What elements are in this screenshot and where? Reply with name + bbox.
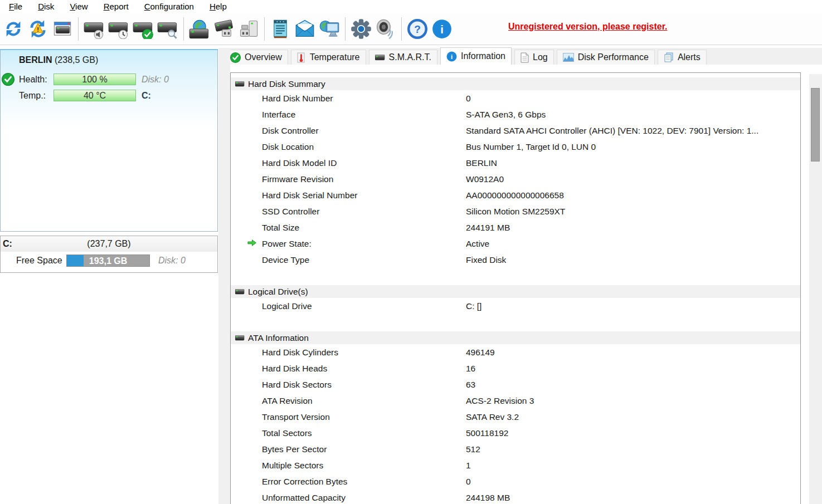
menu-view[interactable]: View — [62, 1, 95, 13]
scrollbar-thumb[interactable] — [811, 88, 820, 162]
refresh-icon[interactable] — [1, 17, 26, 41]
info-label: Total Sectors — [262, 428, 466, 438]
email-icon[interactable] — [293, 17, 317, 41]
section-title: Hard Disk Summary — [248, 79, 325, 89]
surface-test-icon[interactable] — [50, 17, 75, 41]
menu-configuration[interactable]: Configuration — [137, 1, 202, 13]
toolbar-separator — [401, 17, 402, 41]
info-value: 16 — [466, 364, 800, 374]
report-icon[interactable] — [268, 17, 293, 41]
info-sections: Hard Disk SummaryHard Disk Number0Interf… — [231, 77, 800, 504]
unregistered-notice[interactable]: Unregistered version, please register. — [508, 22, 667, 32]
free-space-bar: 193,1 GB — [66, 255, 150, 267]
temp-bar: 40 °C — [53, 90, 136, 101]
tab-log[interactable]: Log — [514, 50, 554, 65]
disk-icon — [235, 289, 245, 295]
menu-help[interactable]: Help — [202, 1, 235, 13]
info-value: BERLIN — [466, 158, 800, 168]
info-row: Hard Disk Number0 — [231, 90, 800, 106]
info-value: 0 — [466, 477, 800, 487]
tab-temperature[interactable]: Temperature — [291, 50, 366, 65]
info-row: Device TypeFixed Disk — [231, 252, 800, 268]
info-value: S-ATA Gen3, 6 Gbps — [466, 110, 800, 120]
info-value: Silicon Motion SM2259XT — [466, 207, 800, 217]
toolbar-separator — [345, 17, 346, 41]
disk-index: Disk: 0 — [158, 256, 186, 266]
info-row: Hard Disk Serial NumberAA000000000000006… — [231, 187, 800, 203]
info-label: Firmware Revision — [262, 174, 466, 184]
help-icon[interactable]: ? — [405, 17, 430, 41]
info-icon[interactable]: i — [430, 17, 454, 41]
info-label: ATA Revision — [262, 396, 466, 406]
info-value: W0912A0 — [466, 174, 800, 184]
tab-information[interactable]: i Information — [440, 47, 512, 65]
disk-offline-icon[interactable] — [212, 17, 236, 41]
network-disk-icon[interactable] — [187, 17, 212, 41]
green-arrow-icon — [247, 239, 257, 247]
toolbar-separator — [183, 17, 184, 41]
info-value: Fixed Disk — [466, 255, 800, 265]
info-row: Multiple Sectors1 — [231, 457, 800, 473]
info-row: ATA RevisionACS-2 Revision 3 — [231, 393, 800, 409]
disk-acoustic-icon[interactable] — [82, 17, 106, 41]
info-value: C: [] — [466, 301, 800, 311]
vertical-scrollbar[interactable] — [809, 74, 822, 504]
menu-file[interactable]: File — [1, 1, 30, 13]
used-space-segment — [67, 255, 84, 266]
volume-panel-c[interactable]: C: (237,7 GB) Free Space 193,1 GB Disk: … — [0, 236, 218, 273]
disk-index: Disk: 0 — [142, 75, 169, 85]
remote-monitor-icon[interactable] — [317, 17, 342, 41]
section-header: ATA Information — [231, 331, 800, 344]
info-value: Active — [466, 239, 800, 249]
chart-icon — [563, 53, 574, 62]
info-row: Bytes Per Sector512 — [231, 441, 800, 457]
info-row: Hard Disk Model IDBERLIN — [231, 155, 800, 171]
svg-text:!: ! — [37, 26, 39, 33]
gutter — [218, 48, 230, 504]
disk-search-icon[interactable] — [155, 17, 180, 41]
thermometer-icon — [297, 52, 306, 63]
info-label: Disk Location — [262, 142, 466, 152]
tab-smart[interactable]: S.M.A.R.T. — [369, 50, 437, 65]
info-row: Disk ControllerStandard SATA AHCI Contro… — [231, 123, 800, 139]
info-row: Unformatted Capacity244198 MB — [231, 490, 800, 504]
tab-alerts[interactable]: Alerts — [658, 50, 707, 65]
info-label: Error Correction Bytes — [262, 477, 466, 487]
toolbar-separator — [78, 17, 79, 41]
info-label: Hard Disk Sectors — [262, 380, 466, 390]
tab-disk-performance[interactable]: Disk Performance — [557, 50, 655, 65]
tab-overview[interactable]: Overview — [224, 50, 288, 65]
disk-clock-icon[interactable] — [106, 17, 131, 41]
info-label: Device Type — [262, 255, 466, 265]
toolbar: ! — [0, 13, 822, 45]
info-value: Standard SATA AHCI Controller (AHCI) [VE… — [466, 126, 800, 136]
information-panel: Hard Disk SummaryHard Disk Number0Interf… — [230, 72, 801, 504]
section-title: Logical Drive(s) — [248, 287, 308, 297]
info-value: AA000000000000006658 — [466, 190, 800, 200]
info-value: 512 — [466, 444, 800, 454]
disk-add-icon[interactable] — [236, 17, 261, 41]
info-label: Multiple Sectors — [262, 461, 466, 471]
info-label: Hard Disk Model ID — [262, 158, 466, 168]
info-row: Hard Disk Heads16 — [231, 360, 800, 376]
disk-ok-icon[interactable] — [131, 17, 155, 41]
sound-icon[interactable] — [373, 17, 398, 41]
info-label: Transport Version — [262, 412, 466, 422]
section-title: ATA Information — [248, 333, 309, 343]
info-value: ACS-2 Revision 3 — [466, 396, 800, 406]
menu-report[interactable]: Report — [96, 1, 137, 13]
menu-disk[interactable]: Disk — [30, 1, 62, 13]
disk-panel-berlin[interactable]: BERLIN (238,5 GB) Health: 100 % Disk: 0 … — [0, 49, 218, 232]
settings-gear-icon[interactable] — [349, 17, 373, 41]
refresh-alert-icon[interactable]: ! — [26, 17, 50, 41]
info-value: 496149 — [466, 348, 800, 358]
info-row: Logical DriveC: [] — [231, 298, 800, 314]
info-row: Hard Disk Cylinders496149 — [231, 344, 800, 360]
info-label: Hard Disk Heads — [262, 364, 466, 374]
info-label: Hard Disk Serial Number — [262, 190, 466, 200]
info-label: Bytes Per Sector — [262, 444, 466, 454]
info-value: 244198 MB — [466, 493, 800, 503]
info-value: Bus Number 1, Target Id 0, LUN 0 — [466, 142, 800, 152]
info-row: Error Correction Bytes0 — [231, 473, 800, 490]
menu-bar: File Disk View Report Configuration Help — [0, 0, 822, 13]
